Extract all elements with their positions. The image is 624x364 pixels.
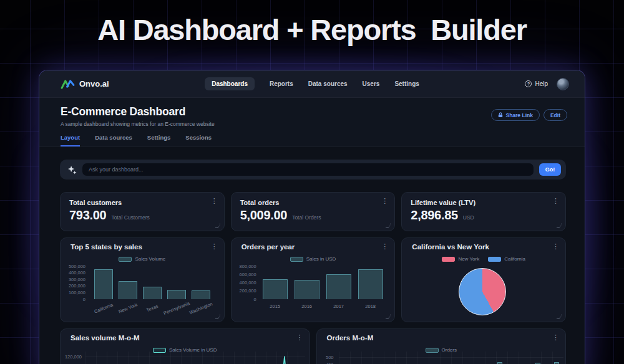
legend-swatch xyxy=(119,257,132,262)
chart-card-orders-per-year: Orders per year Sales in USD ⋮ 0200,0004… xyxy=(231,237,396,322)
legend-item[interactable]: Sales Volume xyxy=(119,256,165,262)
tab-data-sources[interactable]: Data sources xyxy=(95,134,132,146)
ask-bar: Go! xyxy=(60,160,566,180)
x-tick-label: 2017 xyxy=(323,304,354,309)
onvo-logo-icon xyxy=(61,79,75,89)
nav-item-users[interactable]: Users xyxy=(363,80,380,87)
legend-label: New York xyxy=(458,256,479,262)
page-subtitle: A sample dashboard showing metrics for a… xyxy=(61,121,215,127)
nav-right: ? Help xyxy=(525,78,569,90)
dashboard-window: Onvo.ai Dashboards Reports Data sources … xyxy=(39,70,585,364)
chart-title: Sales volume M-o-M xyxy=(71,334,140,342)
kpi-card-ltv: Lifetime value (LTV) 2,896.85 USD ⋮ xyxy=(401,192,566,231)
chart-title: Orders per year xyxy=(241,243,295,251)
kpi-caption: Total Customers xyxy=(111,214,149,221)
sparkles-icon xyxy=(67,165,77,175)
nav-item-reports[interactable]: Reports xyxy=(270,80,293,87)
x-tick-label: 2016 xyxy=(291,304,323,309)
brand-name: Onvo.ai xyxy=(79,79,109,89)
resize-handle[interactable] xyxy=(557,314,562,319)
bottom-row: Sales volume M-o-M Sales Volume in USD ⋮… xyxy=(60,328,566,364)
chart-card-california-vs-new-york: California vs New York New YorkCaliforni… xyxy=(401,237,566,322)
kpi-title: Lifetime value (LTV) xyxy=(411,199,557,206)
legend-item[interactable]: California xyxy=(488,256,525,262)
chart-legend: Sales Volume xyxy=(61,256,224,262)
bar xyxy=(119,281,137,299)
bar xyxy=(263,279,288,299)
chart-legend: Sales in USD xyxy=(232,256,395,262)
legend-swatch xyxy=(488,257,501,262)
y-tick-label: 100,000 xyxy=(61,290,85,295)
kpi-value: 2,896.85 xyxy=(411,208,457,223)
share-link-button[interactable]: Share Link xyxy=(491,109,539,121)
legend-item[interactable]: New York xyxy=(442,256,479,262)
chart-gridlines xyxy=(339,352,563,364)
page-title: E-Commerce Dashboard xyxy=(61,105,215,118)
tab-sessions[interactable]: Sessions xyxy=(185,134,212,146)
nav-item-settings[interactable]: Settings xyxy=(394,80,419,87)
kebab-menu-icon[interactable]: ⋮ xyxy=(211,198,218,204)
legend-swatch xyxy=(442,257,455,262)
kebab-menu-icon[interactable]: ⋮ xyxy=(381,198,388,204)
kpi-title: Total orders xyxy=(240,199,386,206)
resize-handle[interactable] xyxy=(215,314,220,319)
ask-input[interactable] xyxy=(82,163,534,176)
kpi-value: 793.00 xyxy=(69,208,106,223)
y-tick-label: 400,000 xyxy=(61,270,85,275)
kebab-menu-icon[interactable]: ⋮ xyxy=(381,243,388,250)
legend-label: Sales Volume xyxy=(135,256,165,262)
chart-card-orders-mom: Orders M-o-M Orders ⋮ 400450500 xyxy=(316,328,567,364)
kpi-caption: Total Orders xyxy=(292,214,321,221)
edit-button[interactable]: Edit xyxy=(544,109,567,121)
y-tick-label: 0 xyxy=(232,297,256,302)
hero-screenshot: AI Dashboard + Reports Builder Onvo.ai D… xyxy=(0,0,624,364)
chart-row: Top 5 states by sales Sales Volume ⋮ 010… xyxy=(60,237,566,322)
chart-title: Orders M-o-M xyxy=(327,334,374,342)
header-actions: Share Link Edit xyxy=(491,109,567,121)
chart-title: Top 5 states by sales xyxy=(71,243,142,251)
kpi-card-total-customers: Total customers 793.00 Total Customers ⋮ xyxy=(60,192,225,231)
kebab-menu-icon[interactable]: ⋮ xyxy=(552,198,559,204)
hero-title: AI Dashboard + Reports Builder xyxy=(0,12,624,47)
y-tick-label: 600,000 xyxy=(232,272,256,277)
legend-label: California xyxy=(504,256,525,262)
resize-handle[interactable] xyxy=(557,223,562,228)
kebab-menu-icon[interactable]: ⋮ xyxy=(552,243,559,250)
kebab-menu-icon[interactable]: ⋮ xyxy=(211,243,218,250)
dashboard-content: Go! Total customers 793.00 Total Custome… xyxy=(39,147,585,364)
chart-card-top-states: Top 5 states by sales Sales Volume ⋮ 010… xyxy=(60,237,225,322)
avatar[interactable] xyxy=(557,78,569,90)
chart-card-sales-volume-mom: Sales volume M-o-M Sales Volume in USD ⋮… xyxy=(60,328,310,364)
resize-handle[interactable] xyxy=(215,223,220,228)
nav-item-data-sources[interactable]: Data sources xyxy=(308,80,348,87)
y-tick-label: 800,000 xyxy=(232,264,256,269)
kebab-menu-icon[interactable]: ⋮ xyxy=(296,334,303,341)
legend-swatch xyxy=(290,257,303,262)
kpi-title: Total customers xyxy=(69,199,215,206)
bar xyxy=(94,269,113,299)
nav-item-dashboards[interactable]: Dashboards xyxy=(205,77,255,90)
tab-layout[interactable]: Layout xyxy=(61,134,80,146)
kpi-row: Total customers 793.00 Total Customers ⋮… xyxy=(60,192,566,231)
y-tick-label: 120,000 xyxy=(61,354,82,360)
tab-settings[interactable]: Settings xyxy=(147,134,170,146)
kpi-value: 5,009.00 xyxy=(240,208,287,223)
legend-label: Sales in USD xyxy=(306,256,336,262)
help-button[interactable]: ? Help xyxy=(525,80,548,87)
bar xyxy=(358,269,383,299)
bar xyxy=(295,280,319,299)
chart-legend: New YorkCalifornia xyxy=(402,256,565,262)
pie-chart xyxy=(459,268,506,315)
y-tick-label: 200,000 xyxy=(232,288,256,294)
kpi-caption: USD xyxy=(463,214,474,221)
y-tick-label: 500,000 xyxy=(61,264,85,269)
resize-handle[interactable] xyxy=(386,223,391,228)
y-tick-label: 300,000 xyxy=(61,277,85,282)
legend-item[interactable]: Sales in USD xyxy=(290,256,336,262)
go-button[interactable]: Go! xyxy=(539,163,561,176)
bar xyxy=(326,274,351,299)
resize-handle[interactable] xyxy=(386,314,391,319)
kebab-menu-icon[interactable]: ⋮ xyxy=(552,334,559,341)
brand[interactable]: Onvo.ai xyxy=(61,79,109,89)
y-tick-label: 200,000 xyxy=(61,283,85,289)
